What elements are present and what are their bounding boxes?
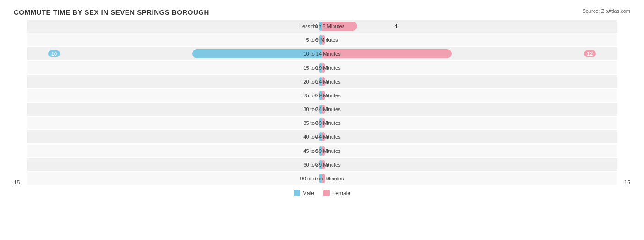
female-bar [322, 105, 325, 114]
female-bar [322, 174, 325, 183]
legend-female-box [323, 190, 330, 196]
bar-row: 45 to 59 Minutes00 [27, 145, 617, 157]
bar-row: 10 to 14 Minutes1012 [27, 47, 617, 60]
bar-row: 30 to 34 Minutes00 [27, 103, 617, 116]
male-value: 0 [315, 162, 318, 167]
bar-row: 20 to 24 Minutes00 [27, 75, 617, 88]
female-value: 0 [326, 148, 329, 154]
female-value: 0 [326, 162, 329, 167]
male-value: 0 [315, 65, 318, 71]
female-value: 0 [326, 120, 329, 126]
female-value: 0 [326, 65, 329, 71]
male-value: 0 [315, 148, 318, 154]
bar-row: 15 to 19 Minutes00 [27, 61, 617, 74]
male-value: 0 [315, 134, 318, 140]
bar-row: Less than 5 Minutes04 [27, 20, 617, 33]
female-value: 0 [326, 176, 329, 181]
female-bar [322, 118, 325, 128]
male-value: 0 [315, 37, 318, 43]
female-value: 0 [326, 134, 329, 140]
female-bar [322, 49, 452, 58]
legend-male-label: Male [302, 190, 314, 196]
female-value: 0 [326, 93, 329, 98]
female-value: 0 [326, 79, 329, 84]
bar-row: 90 or more Minutes00 [27, 172, 617, 185]
female-value: 4 [394, 23, 397, 29]
bar-row: 5 to 9 Minutes00 [27, 33, 617, 46]
legend-male: Male [294, 190, 314, 196]
female-bar [322, 160, 325, 169]
source-text: Source: ZipAtlas.com [582, 8, 630, 14]
female-bar [322, 146, 325, 156]
rows-wrapper: Less than 5 Minutes045 to 9 Minutes0010 … [27, 20, 617, 185]
female-bar [322, 63, 325, 73]
legend-female: Female [323, 190, 350, 196]
legend-male-box [294, 190, 300, 196]
female-value: 0 [326, 106, 329, 112]
male-value: 0 [315, 79, 318, 84]
bar-row: 40 to 44 Minutes00 [27, 130, 617, 143]
chart-title: COMMUTE TIME BY SEX IN SEVEN SPRINGS BOR… [14, 8, 630, 16]
female-bar [322, 132, 325, 141]
chart-container: COMMUTE TIME BY SEX IN SEVEN SPRINGS BOR… [0, 0, 644, 240]
male-value: 10 [48, 50, 60, 57]
axis-right: 15 [624, 179, 630, 186]
female-bar [322, 22, 357, 31]
female-value: 12 [584, 50, 596, 57]
female-bar [322, 77, 325, 86]
axis-left: 15 [14, 179, 20, 186]
male-value: 0 [315, 93, 318, 98]
male-value: 0 [315, 23, 318, 29]
male-value: 0 [315, 176, 318, 181]
legend: Male Female [294, 190, 350, 196]
female-bar [322, 91, 325, 100]
female-value: 0 [326, 37, 329, 43]
female-bar [322, 35, 325, 45]
bar-row: 60 to 89 Minutes00 [27, 158, 617, 171]
bar-row: 35 to 39 Minutes00 [27, 117, 617, 129]
chart-area: Less than 5 Minutes045 to 9 Minutes0010 … [14, 20, 630, 199]
bar-row: 25 to 29 Minutes00 [27, 89, 617, 102]
male-value: 0 [315, 120, 318, 126]
male-bar [192, 49, 322, 58]
legend-female-label: Female [332, 190, 350, 196]
male-value: 0 [315, 106, 318, 112]
